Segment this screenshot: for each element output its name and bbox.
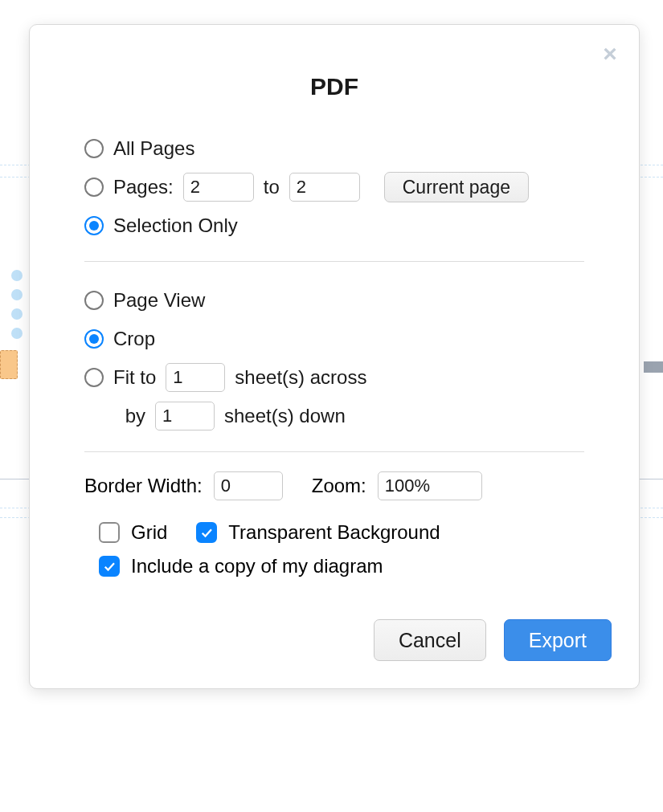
fit-row: Fit to sheet(s) across (84, 358, 584, 397)
include-copy-checkbox[interactable] (99, 556, 120, 577)
pages-to-label: to (264, 176, 280, 198)
export-button[interactable]: Export (504, 619, 612, 661)
page-view-radio[interactable] (84, 291, 104, 310)
current-page-button[interactable]: Current page (384, 172, 529, 202)
check-icon (102, 559, 117, 573)
fit-by-label: by (123, 405, 145, 427)
fit-down-input[interactable] (155, 402, 215, 430)
all-pages-row: All Pages (84, 129, 584, 168)
zoom-input[interactable] (378, 471, 482, 500)
include-copy-label: Include a copy of my diagram (131, 555, 383, 577)
border-zoom-row: Border Width: Zoom: (84, 471, 584, 500)
grid-label: Grid (131, 521, 167, 544)
grid-transparent-row: Grid Transparent Background (84, 521, 584, 544)
pages-range-radio[interactable] (84, 177, 104, 197)
pages-to-input[interactable] (289, 173, 360, 202)
check-icon (199, 525, 214, 540)
dialog-title: PDF (57, 73, 612, 100)
fit-by-row: by sheet(s) down (84, 397, 584, 435)
pages-label: Pages: (113, 176, 174, 198)
divider (84, 261, 584, 262)
page-view-label: Page View (113, 289, 205, 312)
export-pdf-dialog: × PDF All Pages Pages: to Current page S… (29, 24, 640, 689)
zoom-label: Zoom: (312, 475, 366, 497)
all-pages-radio[interactable] (84, 139, 104, 158)
selection-only-label: Selection Only (113, 214, 238, 237)
pages-from-input[interactable] (183, 173, 254, 202)
selection-only-radio[interactable] (84, 216, 104, 235)
transparent-label: Transparent Background (228, 521, 440, 544)
border-width-label: Border Width: (84, 475, 203, 497)
transparent-checkbox[interactable] (196, 522, 217, 543)
include-copy-row: Include a copy of my diagram (84, 555, 584, 577)
fit-radio[interactable] (84, 368, 104, 387)
crop-row: Crop (84, 320, 584, 358)
divider (84, 451, 584, 452)
fit-across-input[interactable] (166, 363, 225, 392)
all-pages-label: All Pages (113, 137, 194, 160)
grid-checkbox[interactable] (99, 522, 120, 543)
crop-radio[interactable] (84, 329, 104, 349)
selection-only-row: Selection Only (84, 206, 584, 245)
fit-prefix-label: Fit to (113, 366, 156, 389)
cancel-button[interactable]: Cancel (374, 619, 486, 661)
fit-down-suffix: sheet(s) down (224, 405, 346, 427)
dialog-footer: Cancel Export (57, 619, 612, 661)
page-view-row: Page View (84, 281, 584, 320)
pages-range-row: Pages: to Current page (84, 168, 584, 206)
fit-across-suffix: sheet(s) across (235, 366, 366, 389)
scope-section: All Pages Pages: to Current page Selecti… (57, 129, 612, 577)
close-icon: × (603, 42, 617, 66)
border-width-input[interactable] (214, 471, 283, 500)
crop-label: Crop (113, 328, 155, 350)
close-button[interactable]: × (597, 41, 623, 67)
